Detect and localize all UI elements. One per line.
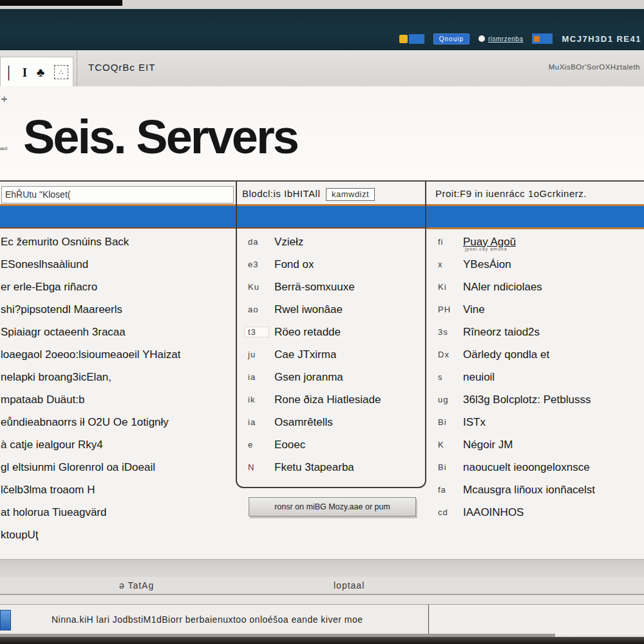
list-item-label: shi?pipsotendl Maareerls bbox=[0, 303, 122, 316]
list-item[interactable]: lčelb3lma troaom H bbox=[0, 478, 234, 501]
item-glyph-icon: ia bbox=[245, 372, 269, 382]
list-item[interactable]: e Eooec bbox=[245, 433, 422, 456]
list-item-label: nelapki broang3icElan, bbox=[0, 371, 111, 384]
list-item-label: Rwel iwonâae bbox=[274, 303, 343, 316]
toolbar-divider bbox=[77, 50, 77, 86]
list-item[interactable]: nelapki broang3icElan, bbox=[0, 366, 234, 388]
list-item-label: Spiaiagr octaeenh 3racaa bbox=[0, 326, 126, 339]
list-item[interactable]: shi?pipsotendl Maareerls bbox=[0, 298, 234, 321]
status-blue-icon[interactable] bbox=[0, 610, 11, 630]
taskbar-clock: MCJ7H3D1 RE41 bbox=[562, 34, 641, 44]
list-item-label: Ec žemurito Osnúins Back bbox=[0, 236, 129, 249]
footer-gap bbox=[0, 595, 644, 604]
list-item[interactable]: loaegaol 2oeoo:lsioumeaoeil YHaizat bbox=[0, 343, 234, 366]
item-glyph-icon: Bi bbox=[435, 417, 457, 427]
list-item[interactable]: 3s Rîneorz taiod2s bbox=[435, 321, 643, 343]
top-edge-strip bbox=[0, 0, 644, 9]
notification-group[interactable] bbox=[399, 34, 424, 44]
list-item-label: eůndieabnaorrs ił O2U Oe 1otignły bbox=[0, 416, 169, 429]
list-item[interactable]: s neuioil bbox=[435, 366, 643, 388]
list-item[interactable]: eůndieabnaorrs ił O2U Oe 1otignły bbox=[0, 411, 234, 433]
toolbar-right-text: MuXisBOr'SorOXHztaleth bbox=[549, 50, 640, 84]
list-item[interactable]: Ku Berrä-somxuuxe bbox=[245, 276, 422, 298]
list-item[interactable]: Dx Oärledy qondla et bbox=[435, 343, 643, 366]
list-item[interactable]: Spiaiagr octaeenh 3racaa bbox=[0, 321, 234, 343]
item-glyph-icon: fi bbox=[435, 237, 457, 247]
status-divider bbox=[428, 605, 429, 635]
list-item-label: Röeo retadde bbox=[274, 326, 341, 339]
list-item[interactable]: cd IAAOINHOS bbox=[435, 501, 643, 524]
middle-action-button[interactable]: ronsr on miBG Mozy.aae or pum bbox=[249, 497, 416, 516]
filter-input[interactable]: EhŘUtu "Kloset( bbox=[1, 186, 234, 204]
list-item[interactable]: ktoupUţ bbox=[0, 524, 234, 546]
selection-underline-right bbox=[428, 227, 644, 229]
list-item[interactable]: ia Osamrêtells bbox=[245, 411, 422, 433]
status-bar: Ninna.kiH lari JodbstiM1dBiorr berbaienu… bbox=[0, 604, 644, 635]
list-item-label: loaegaol 2oeoo:lsioumeaoeil YHaizat bbox=[0, 348, 180, 361]
list-item-label: Gsen joranma bbox=[274, 371, 343, 384]
list-item-label: er erle-Ebga riñacro bbox=[0, 281, 97, 294]
list-item[interactable]: er erle-Ebga riñacro bbox=[0, 276, 234, 298]
list-item[interactable]: Bi naoucuelt ieoongeloxnsce bbox=[435, 456, 643, 478]
list-item[interactable]: at holorua Tiueagvärd bbox=[0, 501, 234, 524]
select-region-icon[interactable]: ∴ bbox=[54, 65, 68, 79]
list-item-label: Berrä-somxuuxe bbox=[274, 281, 355, 294]
list-item[interactable]: x YBesÁion bbox=[435, 253, 643, 276]
list-item-label: Rone ðiza Hiatlesiade bbox=[274, 393, 381, 406]
right-first-item-subtext: jpsel.cay amuna bbox=[465, 247, 507, 251]
list-item[interactable]: e3 Fond ox bbox=[245, 253, 422, 276]
tile-inner-icon bbox=[534, 36, 540, 42]
list-item[interactable]: ia Gsen joranma bbox=[245, 366, 422, 388]
list-item[interactable]: PH Vine bbox=[435, 298, 643, 321]
list-item[interactable]: mpataab Duäut:b bbox=[0, 388, 234, 411]
list-item[interactable]: ESoneslhsaàliund bbox=[0, 253, 234, 276]
ibeam-icon[interactable]: I bbox=[23, 66, 27, 79]
list-item-label: ktoupUţ bbox=[0, 529, 39, 542]
item-glyph-icon: da bbox=[245, 237, 269, 247]
list-item[interactable]: K Négoir JM bbox=[435, 433, 643, 456]
list-item[interactable]: Ec žemurito Osnúins Back bbox=[0, 231, 234, 253]
footer-label-right: loptaal bbox=[334, 577, 365, 594]
list-item[interactable]: gl eltsiunmi Glorenrol oa iDoeail bbox=[0, 456, 234, 478]
list-item[interactable]: à catje iealgour Rky4 bbox=[0, 433, 234, 456]
shield-icon bbox=[399, 35, 408, 43]
top-black-bar bbox=[0, 0, 122, 6]
list-item[interactable]: ao Rwel iwonâae bbox=[245, 298, 422, 321]
taskbar-link-group[interactable]: rismrzenba bbox=[478, 35, 523, 43]
list-item-label: Osamrêtells bbox=[274, 416, 333, 429]
list-item[interactable]: t3 Röeo retadde bbox=[245, 321, 422, 343]
item-glyph-icon: N bbox=[245, 462, 269, 472]
list-item[interactable]: Bi ISTx bbox=[435, 411, 643, 433]
taskbar-pill-button[interactable]: Qnouip bbox=[433, 33, 469, 44]
title-band: ✛ aul: Seis. Servers bbox=[0, 86, 644, 182]
list-item[interactable]: N Fketu 3tapearba bbox=[245, 456, 422, 478]
status-text: Ninna.kiH lari JodbstiM1dBiorr berbaienu… bbox=[52, 605, 363, 634]
list-item-label: Vziełz bbox=[274, 236, 303, 249]
taskbar-tile-icon[interactable] bbox=[532, 33, 553, 44]
list-item-label: lčelb3lma troaom H bbox=[0, 484, 95, 497]
list-item-label: Vine bbox=[463, 303, 485, 316]
footer-band bbox=[0, 559, 644, 578]
footer-label-row: ə TatAg loptaal bbox=[0, 577, 644, 595]
item-glyph-icon: s bbox=[435, 372, 457, 382]
list-item[interactable]: da Vziełz bbox=[245, 231, 422, 253]
item-glyph-icon: PH bbox=[435, 305, 457, 314]
item-glyph-icon: Ki bbox=[435, 282, 457, 292]
status-dot-icon bbox=[478, 35, 485, 42]
list-item-label: à catje iealgour Rky4 bbox=[0, 439, 103, 451]
toolbar-icon-box: │ I ♣ ∴ bbox=[0, 57, 73, 88]
title-fragment-icon: ✛ bbox=[1, 95, 7, 104]
list-item[interactable]: ju Cae JTxirma bbox=[245, 343, 422, 366]
list-item-label: Eooec bbox=[274, 439, 305, 451]
item-glyph-icon: K bbox=[435, 440, 457, 450]
cursor-bar-icon[interactable]: │ bbox=[5, 66, 13, 79]
list-item[interactable]: fa Mcausgra liñoux ionñacelst bbox=[435, 478, 643, 501]
list-item[interactable]: Ki NAler ndiciolaes bbox=[435, 276, 643, 298]
list-item-label: Négoir JM bbox=[463, 439, 513, 451]
breadcrumb[interactable]: TCOQrBc EIT bbox=[88, 50, 155, 84]
clover-tool-icon[interactable]: ♣ bbox=[37, 66, 44, 79]
item-glyph-icon: ug bbox=[435, 395, 457, 404]
list-item[interactable]: ug 36l3g Bolcplotz: Petblusss bbox=[435, 388, 643, 411]
item-glyph-icon: fa bbox=[435, 485, 457, 495]
list-item[interactable]: ik Rone ðiza Hiatlesiade bbox=[245, 388, 422, 411]
